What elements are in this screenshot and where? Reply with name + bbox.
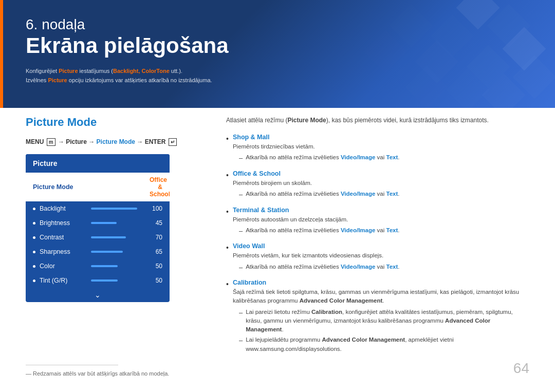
bullet-terminal-station: • Terminal & Station Piemērots autoostām…: [226, 207, 529, 238]
acm-bold1: Advanced Color Management: [300, 297, 383, 304]
row-label-brightness: Brightness: [40, 219, 91, 227]
sub-dash4: –: [239, 263, 243, 273]
sub-item-shop-mall: – Atkarībā no attēla režīma izvēlieties …: [239, 153, 400, 163]
panel-row-color[interactable]: Color 50: [26, 259, 170, 273]
bullet-dot-calibration: •: [226, 280, 229, 288]
sub-text-video-wall: Atkarībā no attēla režīma izvēlieties Vi…: [246, 263, 399, 271]
highlight-picture2: Picture: [48, 77, 67, 83]
row-label-tint: Tint (G/R): [40, 277, 91, 284]
section-title: Picture Mode: [26, 116, 200, 129]
row-value-tint: 50: [150, 277, 162, 284]
item-content-terminal-station: Terminal & Station Piemērots autoostām u…: [233, 207, 400, 238]
sub-list-terminal-station: – Atkarībā no attēla režīma izvēlieties …: [239, 226, 400, 236]
header-pattern: [339, 0, 555, 108]
panel-row-contrast[interactable]: Contrast 70: [26, 230, 170, 245]
sub-bold-video-image3: Video/Image: [341, 227, 376, 233]
main-content: Picture Mode MENU m → Picture → Picture …: [0, 116, 555, 360]
item-desc-shop-mall: Piemērots tirdzniecības vietām.: [233, 142, 400, 151]
row-label-sharpness: Sharpness: [40, 248, 91, 255]
bullet-office-school: • Office & School Piemērots birojiem un …: [226, 170, 529, 201]
row-value-brightness: 45: [150, 219, 162, 227]
panel-row-picture-mode[interactable]: Picture Mode Office & School: [26, 173, 170, 201]
sub-dash: –: [239, 153, 243, 163]
bar-container-color: [91, 265, 145, 267]
sub-text-terminal-station: Atkarībā no attēla režīma izvēlieties Vi…: [246, 226, 399, 235]
sub-bold-video-image4: Video/Image: [341, 264, 376, 270]
item-content-shop-mall: Shop & Mall Piemērots tirdzniecības viet…: [233, 134, 400, 165]
row-label-picture-mode: Picture Mode: [33, 183, 84, 191]
sub-text-shop-mall: Atkarībā no attēla režīma izvēlieties Vi…: [246, 153, 399, 162]
sub-bold-text3: Text: [386, 227, 398, 233]
bullet-dot-shop-mall: •: [226, 135, 229, 143]
bullet-dot-video-wall: •: [226, 244, 229, 252]
sub-bold-video-image2: Video/Image: [341, 191, 376, 197]
sub-bold-text: Text: [386, 154, 398, 160]
bar-container-tint: [91, 279, 145, 282]
footer-divider: [26, 365, 118, 365]
bar-container-sharpness: [91, 251, 145, 253]
footer: ― Redzamais attēls var būt atšķirīgs atk…: [26, 365, 529, 377]
panel-row-backlight[interactable]: Backlight 100: [26, 201, 170, 216]
sub-item-terminal-station: – Atkarībā no attēla režīma izvēlieties …: [239, 226, 400, 236]
bar-brightness: [91, 222, 117, 224]
chevron-down-icon: ⌄: [26, 288, 170, 302]
sub-list-calibration: – Lai pareizi lietotu režīmu Calibration…: [239, 308, 529, 353]
row-value-color: 50: [150, 263, 162, 270]
path-picture-mode: Picture Mode: [97, 138, 135, 145]
panel-row-sharpness[interactable]: Sharpness 65: [26, 245, 170, 259]
item-content-video-wall: Video Wall Piemērots vietām, kur tiek iz…: [233, 242, 400, 274]
dot-contrast: [33, 236, 35, 239]
sub-dash3: –: [239, 226, 243, 236]
page-number: 64: [513, 360, 529, 377]
bar-container-contrast: [91, 236, 145, 238]
sub-dash6: –: [239, 335, 243, 346]
sub-bold-video-image: Video/Image: [341, 154, 376, 160]
bar-tint: [91, 279, 118, 282]
bar-container-backlight: [91, 208, 145, 210]
sub-bold-text4: Text: [386, 264, 398, 270]
item-title-terminal-station: Terminal & Station: [233, 207, 400, 214]
sub-text-office-school: Atkarībā no attēla režīma izvēlieties Vi…: [246, 190, 399, 198]
sub-item-calibration1: – Lai pareizi lietotu režīmu Calibration…: [239, 308, 529, 334]
list-item-calibration: • Calibration Šajā režīmā tiek lietoti s…: [226, 279, 529, 355]
menu-path: MENU m → Picture → Picture Mode → ENTER …: [26, 138, 200, 146]
panel-row-brightness[interactable]: Brightness 45: [26, 216, 170, 230]
sub-list-shop-mall: – Atkarībā no attēla režīma izvēlieties …: [239, 153, 400, 163]
dot-backlight: [33, 208, 35, 210]
left-accent: [0, 0, 3, 108]
item-title-office-school: Office & School: [233, 170, 400, 177]
dot-color: [33, 265, 35, 268]
calibration-bold: Calibration: [311, 309, 342, 315]
bar-contrast: [91, 236, 126, 238]
row-label-color: Color: [40, 263, 91, 270]
list-section: • Shop & Mall Piemērots tirdzniecības vi…: [226, 134, 529, 355]
item-content-calibration: Calibration Šajā režīmā tiek lietoti spi…: [233, 279, 529, 355]
panel-header: Picture: [26, 154, 170, 173]
sub-dash5: –: [239, 308, 243, 318]
list-item-video-wall: • Video Wall Piemērots vietām, kur tiek …: [226, 242, 529, 274]
header-subtitle1: Konfigurējiet Picture iestatījumus (Back…: [26, 67, 229, 76]
item-title-calibration: Calibration: [233, 279, 529, 286]
sub-text-calibration2: Lai lejupielādētu programmu Advanced Col…: [246, 335, 529, 353]
intro-text: Atlasiet attēla režīmu (Picture Mode), k…: [226, 116, 529, 125]
panel-row-tint[interactable]: Tint (G/R) 50: [26, 273, 170, 288]
dot-tint: [33, 279, 35, 282]
highlight-settings: Backlight, ColorTone: [113, 68, 170, 74]
chapter-title: Ekrāna pielāgošana: [26, 34, 229, 58]
intro-bold: Picture Mode: [287, 117, 326, 124]
bar-color: [91, 265, 118, 267]
header-content: 6. nodaļa Ekrāna pielāgošana Konfigurēji…: [26, 16, 229, 85]
enter-icon: ↵: [169, 138, 177, 146]
bar-container-brightness: [91, 222, 145, 224]
picture-panel: Picture Picture Mode Office & School Bac…: [26, 154, 170, 302]
row-value-picture-mode: Office & School: [150, 176, 162, 198]
item-title-shop-mall: Shop & Mall: [233, 134, 400, 141]
sub-text-calibration1: Lai pareizi lietotu režīmu Calibration, …: [246, 308, 529, 334]
item-desc-calibration: Šajā režīmā tiek lietoti spilgtuma, krās…: [233, 288, 529, 306]
left-column: Picture Mode MENU m → Picture → Picture …: [26, 116, 200, 360]
footer-note: ― Redzamais attēls var būt atšķirīgs atk…: [26, 370, 529, 377]
sub-list-video-wall: – Atkarībā no attēla režīma izvēlieties …: [239, 263, 400, 273]
item-desc-video-wall: Piemērots vietām, kur tiek izmantots vid…: [233, 251, 400, 260]
menu-icon: m: [47, 138, 55, 146]
list-item-terminal-station: • Terminal & Station Piemērots autoostām…: [226, 207, 529, 238]
